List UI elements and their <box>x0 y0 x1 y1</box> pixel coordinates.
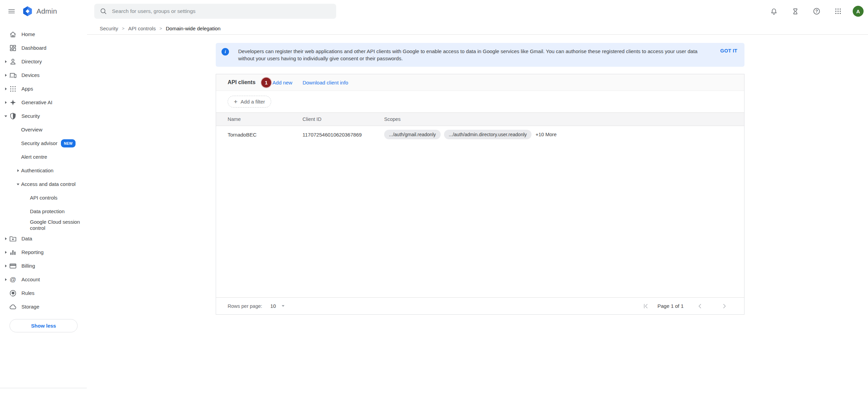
previous-page-icon[interactable] <box>695 301 705 311</box>
table-row[interactable]: TornadoBEC117072546010620367869.../auth/… <box>216 126 744 143</box>
add-filter-label: Add a filter <box>241 99 265 105</box>
expand-arrow-icon[interactable] <box>5 265 7 267</box>
sidebar-item-label: Home <box>21 31 35 37</box>
sidebar-item-home[interactable]: Home <box>0 28 87 41</box>
sidebar-item-access-and-data-control[interactable]: Access and data control <box>0 177 87 191</box>
breadcrumb: Security>API controls>Domain-wide delega… <box>87 22 868 35</box>
breadcrumb-item-security[interactable]: Security <box>100 26 118 31</box>
sidebar-item-data-protection[interactable]: Data protection <box>0 205 87 218</box>
cloud-icon <box>9 303 17 311</box>
help-icon[interactable]: ? <box>810 4 823 18</box>
hourglass-tasks-icon[interactable] <box>788 4 802 18</box>
rows-per-page-value[interactable]: 10 <box>271 303 276 309</box>
pagination: Page 1 of 1 <box>641 301 729 311</box>
sidebar-item-directory[interactable]: Directory <box>0 55 87 68</box>
sidebar-item-label: Authentication <box>21 168 53 174</box>
breadcrumb-separator-icon: > <box>160 26 162 31</box>
scopes-cell: .../auth/gmail.readonly.../auth/admin.di… <box>384 130 744 139</box>
sidebar-nav: HomeDashboardDirectoryDevicesAppsGenerat… <box>0 22 87 394</box>
table-footer: Rows per page: 10 Page 1 of 1 <box>216 297 744 314</box>
brand-name: Admin <box>36 7 57 15</box>
expand-arrow-icon[interactable] <box>5 251 7 254</box>
more-scopes-label[interactable]: +10 More <box>536 132 557 137</box>
sidebar-item-security[interactable]: Security <box>0 109 87 123</box>
first-page-icon[interactable] <box>641 301 651 311</box>
expand-arrow-icon[interactable] <box>17 169 19 172</box>
sidebar-item-alert-centre[interactable]: Alert centre <box>0 150 87 164</box>
sidebar-item-label: Security <box>21 113 40 119</box>
top-app-bar: Admin ? A <box>0 0 868 22</box>
home-icon <box>9 30 17 38</box>
sidebar-item-label: Dashboard <box>21 45 46 51</box>
sidebar-item-label: API controls <box>30 195 58 201</box>
info-icon: i <box>222 48 229 56</box>
expand-arrow-icon[interactable] <box>5 101 7 104</box>
sidebar-item-overview[interactable]: Overview <box>0 123 87 137</box>
rows-per-page-label: Rows per page: <box>228 303 262 309</box>
devices-icon <box>9 71 17 79</box>
breadcrumb-item-api-controls[interactable]: API controls <box>128 26 156 31</box>
sidebar-item-apps[interactable]: Apps <box>0 82 87 96</box>
sparkle-icon <box>9 98 17 107</box>
page-info: Page 1 of 1 <box>657 303 684 309</box>
breadcrumb-separator-icon: > <box>122 26 125 31</box>
sidebar-item-security-advisor[interactable]: Security advisorNEW <box>0 137 87 150</box>
admin-logo-icon <box>22 5 33 17</box>
next-page-icon[interactable] <box>720 301 729 311</box>
sidebar-item-storage[interactable]: Storage <box>0 300 87 314</box>
sidebar-item-label: Directory <box>21 59 42 65</box>
credit-card-icon <box>9 262 17 270</box>
table-empty-area <box>216 143 744 297</box>
scope-chip[interactable]: .../auth/gmail.readonly <box>384 130 441 139</box>
sidebar-item-account[interactable]: @Account <box>0 273 87 286</box>
show-less-button[interactable]: Show less <box>10 319 78 332</box>
account-avatar[interactable]: A <box>853 6 864 17</box>
client-name-cell[interactable]: TornadoBEC <box>228 132 302 138</box>
sidebar-item-api-controls[interactable]: API controls <box>0 191 87 205</box>
expand-arrow-icon[interactable] <box>5 74 7 77</box>
collapse-arrow-icon[interactable] <box>4 115 7 117</box>
sidebar-item-billing[interactable]: Billing <box>0 259 87 273</box>
sidebar-item-label: Account <box>21 277 40 283</box>
got-it-button[interactable]: GOT IT <box>720 48 737 53</box>
expand-arrow-icon[interactable] <box>5 278 7 281</box>
expand-arrow-icon[interactable] <box>5 88 7 90</box>
search-input[interactable] <box>112 8 316 14</box>
annotation-badge-1: 1 <box>261 78 271 88</box>
sidebar-item-dashboard[interactable]: Dashboard <box>0 41 87 55</box>
sidebar-item-label: Overview <box>21 127 43 133</box>
expand-arrow-icon[interactable] <box>5 60 7 63</box>
scope-chip[interactable]: .../auth/admin.directory.user.readonly <box>444 130 531 139</box>
api-clients-panel: API clients 1 Add new Download client in… <box>216 74 744 315</box>
sidebar-item-label: Billing <box>21 263 35 269</box>
info-banner: i Developers can register their web appl… <box>216 43 744 67</box>
sidebar-item-generative-ai[interactable]: Generative AI <box>0 96 87 109</box>
google-admin-logo[interactable]: Admin <box>22 5 57 17</box>
bar-chart-icon <box>9 248 17 256</box>
rows-per-page-dropdown-icon[interactable] <box>282 305 284 307</box>
sidebar-item-devices[interactable]: Devices <box>0 68 87 82</box>
sidebar-item-reporting[interactable]: Reporting <box>0 246 87 259</box>
at-sign-icon: @ <box>9 275 17 284</box>
apps-grid-icon[interactable] <box>831 4 845 18</box>
svg-text:@: @ <box>10 276 16 283</box>
add-filter-button[interactable]: + Add a filter <box>228 96 271 108</box>
sidebar-item-label: Access and data control <box>21 181 76 187</box>
panel-title: API clients <box>228 79 256 85</box>
download-client-info-button[interactable]: Download client info <box>302 80 348 85</box>
notifications-icon[interactable] <box>767 4 781 18</box>
sidebar-item-data[interactable]: Data <box>0 232 87 246</box>
topbar-actions: ? A <box>767 0 864 22</box>
sidebar-item-rules[interactable]: Rules <box>0 286 87 300</box>
collapse-arrow-icon[interactable] <box>17 184 19 185</box>
main-menu-icon[interactable] <box>4 3 19 19</box>
add-new-button[interactable]: Add new <box>273 80 292 85</box>
dashboard-icon <box>9 44 17 52</box>
search-bar[interactable] <box>94 4 336 19</box>
expand-arrow-icon[interactable] <box>5 237 7 240</box>
sidebar-item-google-cloud-session-control[interactable]: Google Cloud session control <box>0 218 87 232</box>
rules-icon <box>9 289 17 297</box>
sidebar-item-label: Security advisor <box>21 140 58 146</box>
sidebar-item-authentication[interactable]: Authentication <box>0 164 87 177</box>
sidebar-item-label: Alert centre <box>21 154 47 160</box>
